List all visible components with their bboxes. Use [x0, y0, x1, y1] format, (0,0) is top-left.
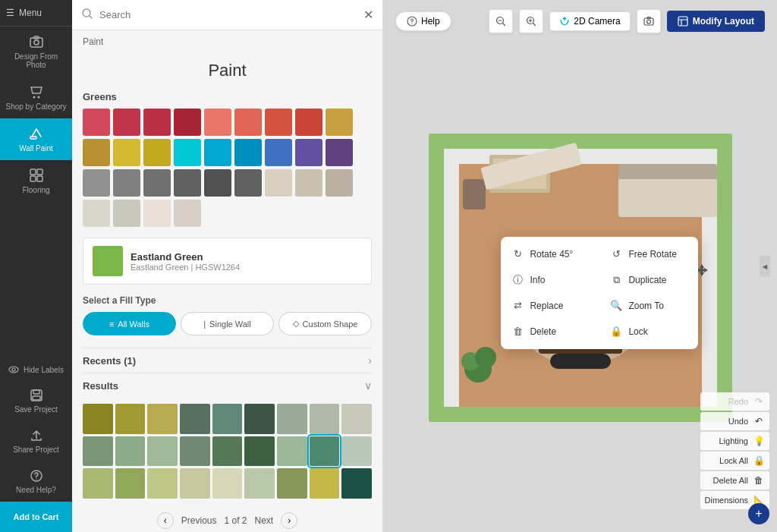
green-swatch-10[interactable]	[113, 139, 140, 166]
result-swatch-6[interactable]	[277, 404, 307, 434]
green-swatch-17[interactable]	[326, 139, 353, 166]
green-swatch-22[interactable]	[204, 169, 231, 197]
recents-section[interactable]: Recents (1) ›	[83, 348, 372, 373]
result-swatch-11[interactable]	[147, 436, 178, 467]
camera-2d-button[interactable]: 2D Camera	[549, 11, 630, 31]
free-rotate-menu-item[interactable]: ↺Free Rotate	[599, 241, 698, 267]
result-swatch-14[interactable]	[244, 436, 275, 467]
result-swatch-2[interactable]	[147, 404, 178, 434]
sidebar-menu[interactable]: ☰ Menu	[0, 0, 72, 27]
save-project-btn[interactable]: Save Project	[0, 381, 72, 421]
result-swatch-23[interactable]	[244, 468, 275, 499]
custom-shape-button[interactable]: ◇ Custom Shape	[278, 312, 372, 335]
result-swatch-13[interactable]	[212, 436, 243, 467]
result-swatch-9[interactable]	[83, 436, 113, 467]
result-swatch-4[interactable]	[212, 404, 243, 434]
result-swatch-10[interactable]	[115, 436, 146, 467]
result-swatch-3[interactable]	[180, 404, 210, 434]
result-swatch-5[interactable]	[244, 404, 275, 434]
result-swatch-19[interactable]	[115, 468, 146, 499]
green-swatch-5[interactable]	[234, 109, 262, 136]
all-walls-button[interactable]: ≡ All Walls	[83, 312, 176, 335]
green-swatch-8[interactable]	[326, 109, 353, 136]
help-button[interactable]: Help	[395, 11, 451, 31]
result-swatch-24[interactable]	[277, 468, 307, 499]
green-swatch-12[interactable]	[174, 139, 201, 166]
sidebar-item-shop-by-category[interactable]: Shop by Category	[0, 77, 72, 118]
result-swatch-22[interactable]	[212, 468, 243, 499]
green-swatch-0[interactable]	[83, 109, 110, 136]
result-swatch-7[interactable]	[310, 404, 340, 434]
result-swatch-25[interactable]	[310, 468, 340, 499]
green-swatch-28[interactable]	[113, 200, 140, 227]
green-swatch-16[interactable]	[295, 139, 322, 166]
collapse-button[interactable]: ◄	[760, 256, 770, 277]
result-swatch-15[interactable]	[277, 436, 307, 467]
green-swatch-7[interactable]	[295, 109, 322, 136]
close-button[interactable]: ✕	[363, 8, 373, 22]
green-swatch-15[interactable]	[265, 139, 292, 166]
search-input[interactable]	[99, 9, 357, 20]
sidebar-item-design-from-photo[interactable]: Design From Photo	[0, 27, 72, 77]
sidebar-item-flooring[interactable]: Flooring	[0, 160, 72, 202]
svg-rect-9	[37, 176, 42, 181]
add-button[interactable]: +	[748, 503, 769, 524]
add-to-cart-button[interactable]: Add to Cart	[0, 502, 72, 532]
green-swatch-13[interactable]	[204, 139, 231, 166]
screenshot-button[interactable]	[637, 9, 661, 33]
free-rotate-label: Free Rotate	[628, 249, 676, 260]
result-swatch-16[interactable]	[310, 436, 340, 467]
result-swatch-12[interactable]	[180, 436, 210, 467]
rotate-45-menu-item[interactable]: ↻Rotate 45°	[501, 241, 599, 267]
green-swatch-29[interactable]	[143, 200, 171, 227]
zoom-out-button[interactable]	[489, 9, 513, 33]
sidebar-item-wall-paint[interactable]: Wall Paint	[0, 118, 72, 160]
lighting-right-panel-item[interactable]: Lighting💡	[700, 432, 769, 450]
result-swatch-17[interactable]	[341, 436, 372, 467]
need-help-btn[interactable]: Need Help?	[0, 461, 72, 502]
green-swatch-19[interactable]	[113, 169, 140, 197]
lock-menu-item[interactable]: 🔒Lock	[599, 319, 698, 345]
result-swatch-0[interactable]	[83, 404, 113, 434]
result-swatch-18[interactable]	[83, 468, 113, 499]
single-wall-button[interactable]: | Single Wall	[181, 312, 274, 335]
result-swatch-20[interactable]	[147, 468, 178, 499]
green-swatch-2[interactable]	[143, 109, 171, 136]
green-swatch-26[interactable]	[326, 169, 353, 197]
green-swatch-20[interactable]	[143, 169, 171, 197]
green-swatch-18[interactable]	[83, 169, 110, 197]
result-swatch-1[interactable]	[115, 404, 146, 434]
green-swatch-11[interactable]	[143, 139, 171, 166]
hide-labels-btn[interactable]: Hide Labels	[0, 358, 72, 381]
green-swatch-27[interactable]	[83, 200, 110, 227]
share-project-btn[interactable]: Share Project	[0, 421, 72, 461]
green-swatch-23[interactable]	[234, 169, 262, 197]
delete-all-right-panel-item[interactable]: Delete All🗑	[700, 471, 769, 490]
modify-layout-button[interactable]: Modify Layout	[667, 11, 765, 32]
next-button[interactable]: ›	[281, 512, 297, 529]
zoom-in-button[interactable]	[519, 9, 543, 33]
undo-right-panel-item[interactable]: Undo↶	[700, 412, 769, 430]
lock-all-right-panel-item[interactable]: Lock All🔒	[700, 452, 769, 470]
green-swatch-25[interactable]	[295, 169, 322, 197]
redo-right-panel-item[interactable]: Redo↷	[700, 392, 769, 411]
green-swatch-21[interactable]	[174, 169, 201, 197]
result-swatch-26[interactable]	[341, 468, 372, 499]
zoom-to-menu-item[interactable]: 🔍Zoom To	[599, 293, 698, 319]
green-swatch-4[interactable]	[204, 109, 231, 136]
previous-button[interactable]: ‹	[157, 512, 174, 529]
duplicate-menu-item[interactable]: ⧉Duplicate	[599, 267, 698, 293]
green-swatch-6[interactable]	[265, 109, 292, 136]
delete-menu-item[interactable]: 🗑Delete	[501, 319, 599, 345]
green-swatch-30[interactable]	[174, 200, 201, 227]
green-swatch-14[interactable]	[234, 139, 262, 166]
green-swatch-24[interactable]	[265, 169, 292, 197]
result-swatch-21[interactable]	[180, 468, 210, 499]
result-swatch-8[interactable]	[341, 404, 372, 434]
replace-menu-item[interactable]: ⇄Replace	[501, 293, 599, 319]
green-swatch-1[interactable]	[113, 109, 140, 136]
green-swatch-9[interactable]	[83, 139, 110, 166]
flooring-label: Flooring	[22, 186, 49, 194]
green-swatch-3[interactable]	[174, 109, 201, 136]
info-menu-item[interactable]: ⓘInfo	[501, 267, 599, 293]
